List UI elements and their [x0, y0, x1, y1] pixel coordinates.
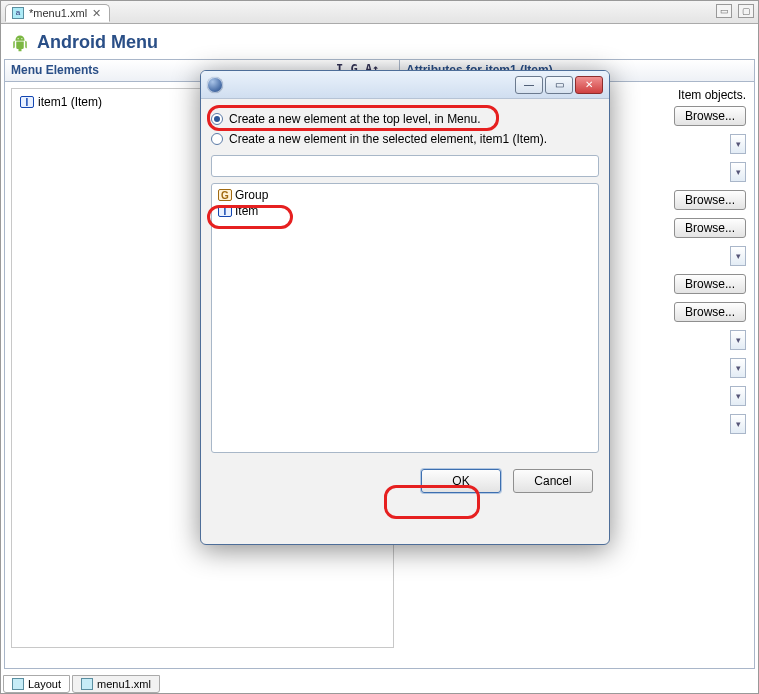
filter-input[interactable] [211, 155, 599, 177]
layout-tab-icon [12, 678, 24, 690]
title-row: Android Menu [1, 24, 758, 59]
chevron-down-icon[interactable]: ▾ [730, 246, 746, 266]
browse-button[interactable]: Browse... [674, 106, 746, 126]
tab-label: Layout [28, 678, 61, 690]
attributes-info: Item objects. [678, 88, 746, 102]
list-item-label: Item [235, 204, 258, 218]
list-item-group[interactable]: G Group [216, 187, 594, 203]
tree-item-label: item1 (Item) [38, 95, 102, 109]
ok-button[interactable]: OK [421, 469, 501, 493]
eclipse-app-icon [207, 77, 223, 93]
chevron-down-icon[interactable]: ▾ [730, 330, 746, 350]
radio-icon [211, 133, 223, 145]
android-icon [11, 34, 29, 52]
cancel-button[interactable]: Cancel [513, 469, 593, 493]
radio-selected-element[interactable]: Create a new element in the selected ele… [211, 129, 599, 149]
list-item-item[interactable]: I Item [216, 203, 594, 219]
svg-point-0 [18, 38, 19, 39]
tab-layout[interactable]: Layout [3, 675, 70, 693]
window-minimize-button[interactable]: — [515, 76, 543, 94]
editor-tab[interactable]: a *menu1.xml ✕ [5, 4, 110, 22]
file-icon: a [12, 7, 24, 19]
radio-label: Create a new element in the selected ele… [229, 132, 547, 146]
editor-tabbar: a *menu1.xml ✕ ▭ ▢ [1, 1, 758, 24]
bottom-tabs: Layout menu1.xml [3, 675, 160, 693]
chevron-down-icon[interactable]: ▾ [730, 134, 746, 154]
dialog-buttons: OK Cancel [201, 453, 609, 507]
chevron-down-icon[interactable]: ▾ [730, 414, 746, 434]
chevron-down-icon[interactable]: ▾ [730, 386, 746, 406]
element-type-list[interactable]: G Group I Item [211, 183, 599, 453]
minimize-editor-icon[interactable]: ▭ [716, 4, 732, 18]
browse-button[interactable]: Browse... [674, 190, 746, 210]
tab-label: menu1.xml [97, 678, 151, 690]
browse-button[interactable]: Browse... [674, 302, 746, 322]
dialog-titlebar[interactable]: — ▭ ✕ [201, 71, 609, 99]
chevron-down-icon[interactable]: ▾ [730, 358, 746, 378]
radio-icon [211, 113, 223, 125]
group-badge-icon: G [218, 189, 232, 201]
radio-label: Create a new element at the top level, i… [229, 112, 480, 126]
window-maximize-button[interactable]: ▭ [545, 76, 573, 94]
close-icon[interactable]: ✕ [92, 7, 101, 20]
tab-source[interactable]: menu1.xml [72, 675, 160, 693]
page-title: Android Menu [37, 32, 158, 53]
svg-point-1 [21, 38, 22, 39]
editor-toolbar-right: ▭ ▢ [716, 4, 754, 18]
file-tab-icon [81, 678, 93, 690]
item-badge-icon: I [20, 96, 34, 108]
dialog-body: Create a new element at the top level, i… [201, 99, 609, 453]
browse-button[interactable]: Browse... [674, 274, 746, 294]
chevron-down-icon[interactable]: ▾ [730, 162, 746, 182]
item-badge-icon: I [218, 205, 232, 217]
window-close-button[interactable]: ✕ [575, 76, 603, 94]
browse-button[interactable]: Browse... [674, 218, 746, 238]
create-element-dialog: — ▭ ✕ Create a new element at the top le… [200, 70, 610, 545]
maximize-editor-icon[interactable]: ▢ [738, 4, 754, 18]
list-item-label: Group [235, 188, 268, 202]
tab-label: *menu1.xml [29, 7, 87, 19]
radio-top-level[interactable]: Create a new element at the top level, i… [211, 109, 599, 129]
